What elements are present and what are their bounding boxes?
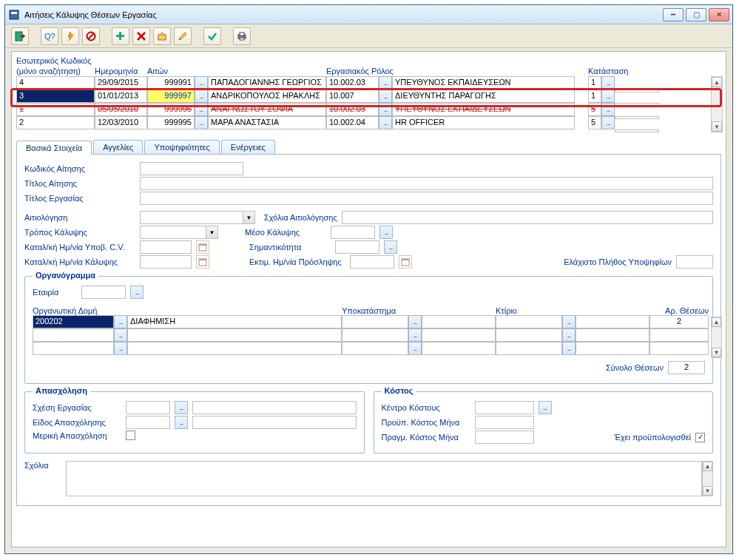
branch-code-field[interactable] [342, 315, 408, 328]
lookup-button[interactable]: ... [601, 90, 615, 103]
group-employment: Απασχόληση Σχέση Εργασίας ... Είδος Απασ… [24, 391, 365, 453]
tab-ads[interactable]: Αγγελίες [93, 140, 143, 154]
lookup-button[interactable]: ... [195, 76, 208, 90]
legend-employment: Απασχόληση [33, 386, 90, 395]
lookup-button[interactable]: ... [562, 342, 576, 355]
label-cv-deadline: Καταλ/κή Ημ/νία Υποβ. C.V. [24, 243, 135, 252]
commit-button[interactable] [203, 27, 221, 45]
svg-rect-0 [10, 10, 18, 19]
lookup-button[interactable]: ... [114, 315, 127, 328]
calendar-icon[interactable] [399, 255, 412, 269]
add-button[interactable] [112, 27, 129, 45]
lookup-button[interactable]: ... [379, 103, 392, 116]
execute-button[interactable] [61, 27, 79, 45]
delete-button[interactable] [132, 27, 150, 45]
building-code-field[interactable] [496, 315, 562, 328]
label-job-title: Τίτλος Εργασίας [24, 194, 135, 203]
lookup-button[interactable]: ... [195, 116, 208, 129]
group-orgchart: Οργανόγραμμα Εταιρία ... Οργανωτική Δομή… [24, 276, 713, 384]
label-budget: Προϋπ. Κόστος Μήνα [382, 418, 470, 427]
scroll-down-icon[interactable]: ▼ [712, 121, 722, 132]
employment-type-field[interactable] [126, 416, 170, 429]
lookup-button[interactable]: ... [384, 240, 397, 254]
lookup-button[interactable]: ... [601, 103, 615, 116]
partial-employment-checkbox[interactable] [126, 431, 135, 440]
col-requester-label: Αιτών [147, 67, 326, 75]
lookup-button[interactable]: ... [379, 90, 392, 103]
clear-button[interactable] [153, 27, 171, 45]
tab-actions[interactable]: Ενέργειες [221, 140, 275, 154]
chevron-down-icon[interactable]: ▼ [206, 226, 218, 239]
lookup-button[interactable]: ... [408, 315, 422, 328]
edit-button[interactable] [174, 27, 192, 45]
scroll-down-icon[interactable]: ▼ [703, 486, 712, 496]
cover-deadline-field[interactable] [140, 255, 192, 269]
lookup-button[interactable]: ... [379, 226, 393, 239]
lookup-button[interactable]: ... [379, 116, 392, 129]
lookup-button[interactable]: ... [539, 401, 552, 414]
min-candidates-field[interactable] [676, 255, 713, 269]
lookup-button[interactable]: ... [175, 416, 188, 429]
calendar-icon[interactable] [196, 255, 209, 269]
cost-center-field[interactable] [475, 401, 534, 414]
scroll-up-icon[interactable]: ▲ [712, 77, 722, 87]
query-button[interactable]: Q? [41, 27, 58, 45]
lookup-button[interactable]: ... [408, 328, 422, 342]
est-hire-field[interactable] [350, 255, 394, 269]
employment-type-name [192, 416, 357, 429]
lookup-button[interactable]: ... [114, 342, 127, 355]
budget-field[interactable] [475, 416, 534, 429]
work-relation-name [192, 401, 357, 414]
scroll-up-icon[interactable]: ▲ [703, 462, 712, 471]
scroll-down-icon[interactable]: ▼ [712, 348, 721, 357]
importance-field[interactable] [335, 240, 379, 254]
cancel-button[interactable] [82, 27, 100, 45]
print-button[interactable] [233, 27, 251, 45]
lookup-button[interactable]: ... [379, 76, 392, 90]
chevron-down-icon[interactable]: ▼ [243, 211, 255, 224]
label-request-code: Κωδικός Αίτησης [24, 164, 135, 173]
lookup-button[interactable]: ... [408, 342, 422, 355]
grid: 4 29/09/2015 999991 ... ΠΑΠΑΔΟΓΙΑΝΝΗΣ ΓΕ… [16, 76, 721, 132]
reason-notes-field[interactable] [342, 211, 713, 224]
lookup-button[interactable]: ... [562, 315, 576, 328]
work-relation-field[interactable] [126, 401, 170, 414]
request-code-field[interactable] [140, 162, 243, 175]
lookup-button[interactable]: ... [601, 116, 615, 129]
org-scrollbar[interactable]: ▲ ▼ [711, 317, 722, 358]
lookup-button[interactable]: ... [562, 328, 576, 342]
reason-select[interactable]: ▼ [140, 211, 255, 224]
is-budgeted-checkbox[interactable] [695, 433, 705, 442]
calendar-icon[interactable] [196, 240, 209, 254]
exit-button[interactable] [11, 27, 29, 45]
app-icon [8, 9, 20, 21]
comments-scrollbar[interactable]: ▲ ▼ [702, 461, 713, 496]
actual-field[interactable] [475, 431, 534, 444]
minimize-button[interactable]: ━ [663, 8, 684, 21]
table-row[interactable]: 4 29/09/2015 999991 ... ΠΑΠΑΔΟΓΙΑΝΝΗΣ ΓΕ… [16, 76, 721, 90]
col-code-label2: (μόνο αναζήτηση) [16, 67, 95, 75]
job-title-field[interactable] [140, 192, 713, 205]
grid-scrollbar[interactable]: ▲ ▼ [711, 76, 723, 132]
comments-field[interactable] [66, 461, 702, 496]
lookup-button[interactable]: ... [130, 286, 144, 299]
request-title-field[interactable] [140, 177, 713, 190]
positions-field[interactable]: 2 [649, 315, 709, 328]
tab-candidates[interactable]: Υποψηφιότητες [144, 140, 219, 154]
lookup-button[interactable]: ... [195, 90, 208, 103]
cv-deadline-field[interactable] [140, 240, 192, 254]
lookup-button[interactable]: ... [601, 76, 615, 90]
cover-medium-field[interactable] [331, 226, 375, 239]
company-field[interactable] [81, 286, 126, 299]
svg-rect-15 [199, 244, 206, 246]
close-button[interactable]: ✕ [709, 8, 729, 21]
tab-basic[interactable]: Βασικά Στοιχεία [16, 141, 92, 155]
lookup-button[interactable]: ... [195, 103, 208, 116]
lookup-button[interactable]: ... [175, 401, 188, 414]
cover-method-select[interactable]: ▼ [140, 226, 218, 239]
lookup-button[interactable]: ... [114, 328, 127, 342]
orgunit-code-field[interactable]: 200202 [33, 315, 114, 328]
scroll-up-icon[interactable]: ▲ [712, 317, 721, 327]
maximize-button[interactable]: ▢ [686, 8, 706, 21]
label-total-positions: Σύνολο Θέσεων [606, 363, 664, 372]
